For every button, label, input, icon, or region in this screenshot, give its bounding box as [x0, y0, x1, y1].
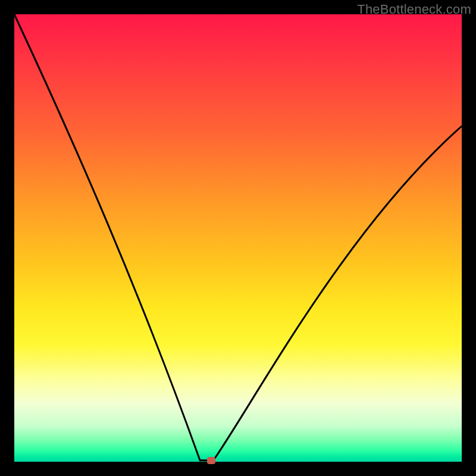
chart-frame: TheBottleneck.com [0, 0, 476, 476]
plot-area [14, 14, 462, 462]
minimum-marker [207, 457, 215, 464]
bottleneck-curve [14, 14, 462, 462]
